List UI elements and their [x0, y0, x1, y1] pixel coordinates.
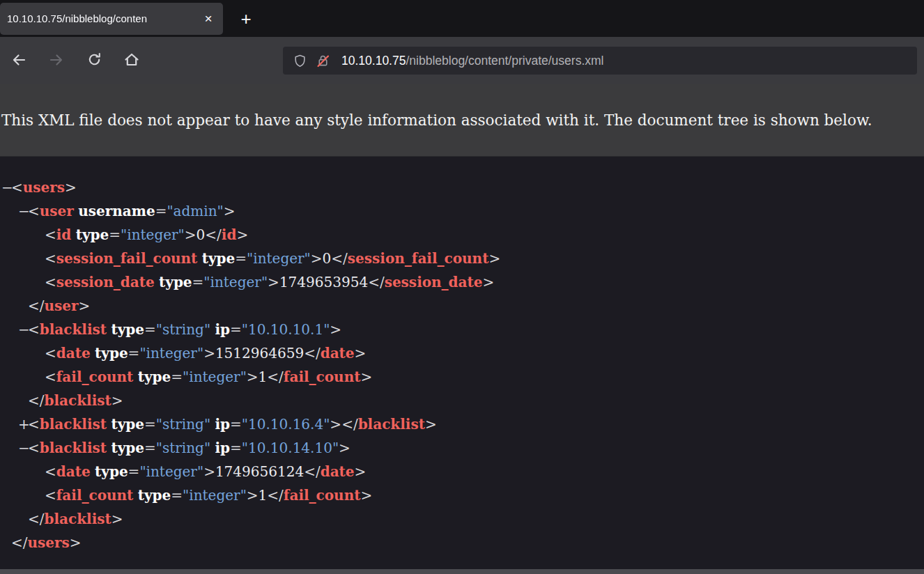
- xml-punctuation: >: [268, 274, 279, 290]
- xml-punctuation: </: [28, 297, 45, 314]
- xml-line: +<blacklist type="string" ip="10.10.16.4…: [1, 412, 924, 436]
- xml-line: −<blacklist type="string" ip="10.10.10.1…: [1, 318, 924, 341]
- xml-attr-name: type: [138, 369, 171, 385]
- xml-punctuation: </: [368, 274, 385, 290]
- xml-attr-name: ip: [215, 416, 230, 433]
- xml-punctuation: =: [144, 321, 156, 338]
- xml-text-value: 1749656124: [215, 463, 304, 480]
- xml-punctuation: <: [11, 179, 23, 196]
- xml-punctuation: >: [224, 203, 236, 219]
- xml-punctuation: >: [355, 345, 367, 362]
- xml-punctuation: >: [247, 487, 259, 504]
- xml-attr-name: ip: [215, 440, 230, 456]
- xml-punctuation: </: [304, 463, 321, 480]
- xml-punctuation: >: [330, 416, 341, 433]
- xml-punctuation: >: [488, 250, 500, 267]
- insecure-lock-icon[interactable]: [316, 54, 330, 68]
- forward-button[interactable]: [45, 49, 68, 72]
- xml-punctuation: >: [483, 274, 495, 290]
- xml-punctuation: >: [111, 392, 123, 409]
- horizontal-scrollbar[interactable]: [0, 569, 924, 574]
- xml-attr-value: "integer": [247, 250, 311, 267]
- xml-attr-name: type: [202, 250, 236, 267]
- xml-punctuation: <: [45, 226, 56, 243]
- xml-tag-name: date: [56, 463, 91, 480]
- xml-punctuation: <: [28, 321, 40, 338]
- xml-punctuation: <: [45, 369, 56, 385]
- xml-tag-name: blacklist: [45, 392, 111, 409]
- xml-line: <date type="integer">1512964659</date>: [1, 341, 924, 365]
- xml-tree: −<users>−<user username="admin"><id type…: [0, 157, 924, 569]
- xml-punctuation: >: [70, 534, 82, 551]
- xml-punctuation: >: [330, 321, 341, 338]
- notice-text: This XML file does not appear to have an…: [1, 111, 872, 129]
- xml-punctuation: <: [45, 250, 56, 267]
- collapse-toggle-icon[interactable]: −: [18, 318, 28, 341]
- navigation-toolbar: 10.10.10.75/nibbleblog/content/private/u…: [0, 37, 924, 84]
- collapse-toggle-icon[interactable]: −: [18, 436, 28, 460]
- xml-attr-value: "admin": [167, 203, 223, 219]
- xml-punctuation: </: [205, 226, 222, 243]
- xml-line: <fail_count type="integer">1</fail_count…: [1, 365, 924, 389]
- collapse-toggle-icon[interactable]: −: [1, 176, 11, 199]
- xml-punctuation: <: [45, 463, 56, 480]
- xml-text-value: 1: [259, 369, 268, 385]
- xml-tag-name: fail_count: [284, 369, 361, 385]
- xml-punctuation: >: [339, 440, 351, 456]
- xml-attr-name: type: [159, 274, 192, 290]
- xml-punctuation: =: [144, 416, 156, 433]
- xml-line: <session_fail_count type="integer">0</se…: [1, 247, 924, 270]
- xml-attr-value: "integer": [183, 487, 247, 504]
- xml-tag-name: fail_count: [56, 487, 134, 504]
- expand-toggle-icon[interactable]: +: [18, 412, 28, 436]
- xml-line: </blacklist>: [1, 389, 924, 412]
- url-bar[interactable]: 10.10.10.75/nibbleblog/content/private/u…: [283, 47, 917, 75]
- xml-attr-value: "integer": [139, 463, 203, 480]
- xml-tag-name: session_fail_count: [348, 250, 489, 267]
- tab-strip: 10.10.10.75/nibbleblog/conten × +: [0, 0, 924, 37]
- xml-punctuation: <: [45, 487, 56, 504]
- xml-punctuation: </: [28, 511, 45, 527]
- browser-tab[interactable]: 10.10.10.75/nibbleblog/conten ×: [0, 3, 223, 35]
- xml-tag-name: id: [222, 226, 237, 243]
- xml-punctuation: >: [360, 369, 372, 385]
- xml-punctuation: >: [111, 511, 123, 527]
- xml-tag-name: users: [23, 179, 65, 196]
- url-text: 10.10.10.75/nibbleblog/content/private/u…: [341, 54, 604, 68]
- xml-attr-value: "integer": [121, 226, 185, 243]
- new-tab-button[interactable]: +: [233, 6, 259, 31]
- xml-punctuation: >: [203, 463, 215, 480]
- url-path: /nibbleblog/content/private/users.xml: [406, 54, 603, 68]
- back-button[interactable]: [7, 49, 31, 72]
- xml-line: </users>: [1, 531, 924, 554]
- tracking-shield-icon[interactable]: [293, 54, 307, 68]
- xml-punctuation: </: [267, 369, 284, 385]
- xml-tag-name: user: [45, 297, 79, 314]
- url-domain: 10.10.10.75: [341, 54, 406, 68]
- collapse-toggle-icon[interactable]: −: [18, 199, 28, 223]
- xml-tag-name: user: [40, 203, 74, 219]
- xml-punctuation: >: [79, 297, 91, 314]
- home-icon: [123, 52, 140, 70]
- xml-text-value: 1749653954: [279, 274, 368, 290]
- xml-line: <id type="integer">0</id>: [1, 223, 924, 247]
- xml-attr-value: "10.10.16.4": [242, 416, 330, 433]
- xml-tag-name: fail_count: [56, 369, 134, 385]
- xml-punctuation: >: [203, 345, 215, 362]
- xml-tag-name: blacklist: [40, 321, 107, 338]
- xml-attr-value: "integer": [183, 369, 247, 385]
- xml-style-notice: This XML file does not appear to have an…: [0, 84, 924, 157]
- reload-button[interactable]: [82, 49, 106, 72]
- xml-punctuation: =: [230, 321, 242, 338]
- xml-text-value: 0: [323, 250, 332, 267]
- xml-tag-name: id: [56, 226, 72, 243]
- xml-punctuation: >: [360, 487, 372, 504]
- xml-punctuation: =: [235, 250, 247, 267]
- xml-line: −<blacklist type="string" ip="10.10.14.1…: [1, 436, 924, 460]
- home-button[interactable]: [120, 49, 144, 72]
- xml-punctuation: <: [28, 203, 40, 219]
- xml-tag-name: session_fail_count: [56, 250, 198, 267]
- tab-close-icon[interactable]: ×: [201, 11, 216, 26]
- xml-attr-value: "string": [156, 440, 210, 456]
- xml-tag-name: blacklist: [45, 511, 111, 527]
